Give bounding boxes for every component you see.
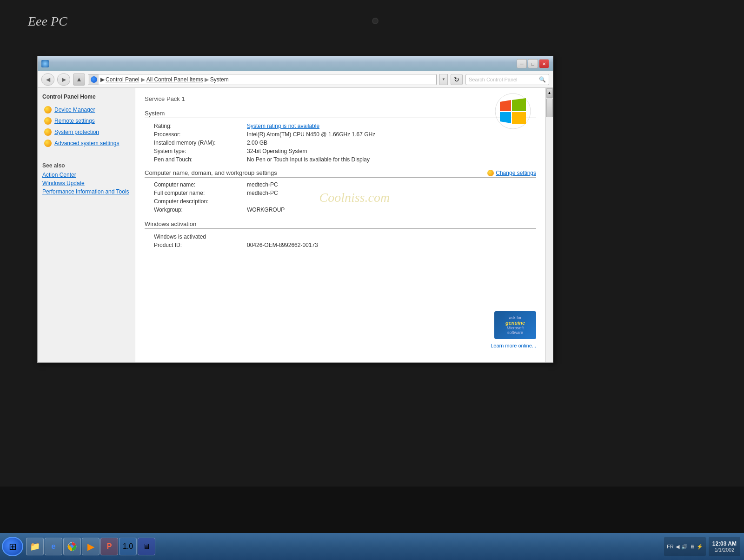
rating-value[interactable]: System rating is not available — [247, 123, 319, 129]
sidebar-item-remote-settings[interactable]: Remote settings — [42, 116, 130, 126]
hide-arrow[interactable]: ◀ — [676, 544, 679, 550]
language-indicator: FR — [667, 544, 674, 549]
system-protection-icon — [44, 128, 52, 136]
breadcrumb-sep2: ▶ — [141, 76, 145, 83]
app7-icon: 🖥 — [143, 542, 150, 551]
sidebar-item-device-manager-label: Device Manager — [54, 107, 95, 113]
taskbar-ie[interactable]: e — [45, 538, 62, 555]
sidebar: Control Panel Home Device Manager Remote… — [38, 88, 135, 362]
learn-more-link[interactable]: Learn more online... — [491, 343, 536, 348]
window-icon — [41, 60, 49, 67]
activation-section-header: Windows activation — [145, 220, 536, 229]
sidebar-item-system-protection-label: System protection — [54, 129, 99, 135]
scroll-up-arrow[interactable]: ▲ — [546, 88, 553, 98]
title-bar: ─ □ ✕ — [38, 56, 553, 71]
activation-status: Windows is activated — [154, 233, 206, 240]
ram-label: Installed memory (RAM): — [154, 140, 247, 146]
computer-name-label: Computer name: — [154, 181, 247, 188]
see-also-windows-update[interactable]: Windows Update — [42, 180, 130, 187]
change-settings-icon — [487, 170, 494, 176]
taskbar-chrome[interactable] — [63, 538, 81, 555]
system-type-row: System type: 32-bit Operating System — [154, 148, 536, 154]
genuine-text: genuine — [505, 320, 525, 326]
taskbar-right: FR ◀ 🔊 🖥 ⚡ 12:03 AM 1/1/2002 — [664, 537, 742, 556]
taskbar: ⊞ 📁 e ▶ P 1.0 🖥 FR ◀ 🔊 — [0, 533, 744, 560]
workgroup-value: WORKGROUP — [247, 207, 285, 213]
full-name-value: medtech-PC — [247, 190, 278, 196]
sys-tray: FR ◀ 🔊 🖥 ⚡ — [664, 537, 706, 556]
volume-icon[interactable]: 🔊 — [681, 544, 688, 550]
bottom-bezel — [0, 487, 744, 533]
genuine-badge[interactable]: ask for genuine Microsoft software — [494, 311, 536, 339]
computer-header-text: Computer name, domain, and workgroup set… — [145, 169, 277, 176]
activation-status-row: Windows is activated — [154, 233, 536, 240]
content-inner: Service Pack 1 System Rating: System rat… — [135, 88, 545, 260]
full-name-row: Full computer name: medtech-PC — [154, 190, 536, 196]
full-name-label: Full computer name: — [154, 190, 247, 196]
ie-icon: e — [52, 542, 56, 551]
taskbar-app7[interactable]: 🖥 — [138, 538, 155, 555]
clock-date: 1/1/2002 — [714, 547, 734, 553]
change-settings-button[interactable]: Change settings — [487, 170, 536, 176]
chrome-icon — [67, 541, 77, 552]
description-label: Computer description: — [154, 198, 247, 205]
taskbar-media[interactable]: ▶ — [82, 538, 100, 555]
scroll-thumb[interactable] — [546, 99, 553, 117]
taskbar-app6[interactable]: 1.0 — [119, 538, 137, 555]
network-icon[interactable]: 🖥 — [690, 544, 695, 549]
system-clock[interactable]: 12:03 AM 1/1/2002 — [709, 537, 740, 556]
title-bar-controls: ─ □ ✕ — [517, 59, 549, 68]
breadcrumb-control-panel[interactable]: Control Panel — [106, 76, 140, 83]
sidebar-item-system-protection[interactable]: System protection — [42, 127, 130, 137]
power-icon[interactable]: ⚡ — [697, 544, 703, 550]
system-type-label: System type: — [154, 148, 247, 154]
up-button[interactable] — [73, 73, 85, 86]
computer-name-row: Computer name: medtech-PC — [154, 181, 536, 188]
refresh-button[interactable]: ↻ — [451, 74, 463, 85]
breadcrumb-all-items[interactable]: All Control Panel Items — [146, 76, 203, 83]
pen-label: Pen and Touch: — [154, 156, 247, 163]
sidebar-item-advanced-settings[interactable]: Advanced system settings — [42, 138, 130, 148]
scrollbar[interactable]: ▲ — [545, 88, 553, 362]
sidebar-item-device-manager[interactable]: Device Manager — [42, 105, 130, 115]
start-button[interactable]: ⊞ — [2, 537, 23, 556]
svg-marker-0 — [77, 78, 81, 81]
breadcrumb-icon — [89, 74, 99, 85]
maximize-button[interactable]: □ — [528, 59, 538, 68]
genuine-line3: software — [507, 330, 523, 335]
back-button[interactable]: ◀ — [41, 73, 54, 86]
minimize-button[interactable]: ─ — [517, 59, 527, 68]
genuine-line2: Microsoft — [507, 326, 524, 330]
computer-section-header: Computer name, domain, and workgroup set… — [145, 169, 536, 178]
taskbar-explorer[interactable]: 📁 — [26, 538, 44, 555]
see-also-action-center[interactable]: Action Center — [42, 172, 130, 178]
sidebar-item-advanced-settings-label: Advanced system settings — [54, 140, 119, 147]
taskbar-powerpoint[interactable]: P — [100, 538, 118, 555]
rating-row: Rating: System rating is not available — [154, 123, 536, 129]
workgroup-label: Workgroup: — [154, 207, 247, 213]
breadcrumb-bar: ▶ Control Panel ▶ All Control Panel Item… — [88, 74, 437, 85]
breadcrumb-sep1: ▶ — [100, 76, 105, 83]
system-window: ─ □ ✕ ◀ ▶ ▶ Control Panel ▶ All Control … — [37, 56, 553, 363]
remote-settings-icon — [44, 117, 52, 125]
webcam-indicator — [372, 18, 379, 24]
see-also-performance[interactable]: Performance Information and Tools — [42, 188, 130, 195]
breadcrumb-sep3: ▶ — [205, 76, 209, 83]
ram-row: Installed memory (RAM): 2.00 GB — [154, 140, 536, 146]
system-section-header: System — [145, 110, 536, 118]
sidebar-title: Control Panel Home — [42, 93, 130, 100]
close-button[interactable]: ✕ — [539, 59, 549, 68]
search-box[interactable]: Search Control Panel 🔍 — [465, 74, 549, 85]
forward-button[interactable]: ▶ — [57, 73, 70, 86]
address-dropdown[interactable]: ▼ — [439, 74, 448, 85]
app6-icon: 1.0 — [123, 542, 133, 551]
computer-info-table: Computer name: medtech-PC Full computer … — [154, 181, 536, 213]
workgroup-row: Workgroup: WORKGROUP — [154, 207, 536, 213]
product-id-label: Product ID: — [154, 242, 247, 248]
rating-label: Rating: — [154, 123, 247, 129]
clock-time: 12:03 AM — [712, 540, 737, 547]
computer-name-value: medtech-PC — [247, 181, 278, 188]
search-icon: 🔍 — [539, 76, 546, 83]
windows-logo — [494, 93, 531, 130]
explorer-icon: 📁 — [30, 541, 40, 552]
